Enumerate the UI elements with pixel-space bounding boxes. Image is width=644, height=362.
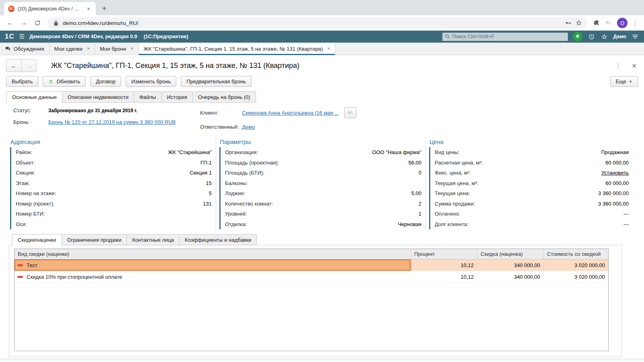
bookmark-star-icon[interactable] (575, 19, 582, 27)
workspace-tabbar: Обсуждения Мои сделки × Мои брони × ЖК "… (0, 43, 644, 55)
browser-tab-title: (10) Демоверсия 4Dev / CRM (18, 6, 82, 12)
new-tab-button[interactable]: + (98, 2, 110, 14)
form-bottom-border (0, 359, 644, 362)
client-chat-button[interactable] (344, 107, 357, 118)
section-addressing: Адресация Район:ЖК "Старейшина" Объект:Г… (10, 137, 216, 229)
tab-discounts[interactable]: Скидки/наценки (12, 234, 62, 245)
address-bar[interactable]: demo.crm4dev.ru/demo/ru_RU/ (47, 17, 587, 29)
extensions-icon[interactable] (593, 19, 600, 27)
tab-main-data[interactable]: Основные данные (6, 91, 62, 103)
responsible-link[interactable]: Демо (242, 124, 255, 130)
nav-back-button[interactable]: ← (6, 60, 21, 72)
field-value: 2 (419, 201, 421, 207)
tab-apartment[interactable]: ЖК "Старейшина", ГП-1, Секция 1, 15 этаж… (139, 43, 336, 55)
field-value: 5 (209, 190, 212, 196)
chat-bubble-icon (347, 110, 353, 116)
tab-history[interactable]: История (162, 91, 193, 103)
booking-link[interactable]: Бронь № 120 от 27.12.2019 на сумму 3 360… (48, 119, 176, 125)
tab-close-icon[interactable]: × (87, 46, 90, 51)
command-toolbar: Выбрать Обновить Договор Изменить бронь … (0, 75, 644, 91)
forward-icon[interactable]: → (18, 17, 30, 29)
password-key-icon[interactable] (565, 19, 572, 27)
discussions-icon (5, 46, 11, 52)
field-value: Черновая (398, 221, 421, 227)
media-controls-icon[interactable] (605, 19, 612, 27)
contract-button[interactable]: Договор (90, 76, 121, 87)
tab-booking-queue[interactable]: Очередь на бронь (0) (193, 91, 256, 103)
table-header-row: Вид скидки (наценки) Процент Скидка (нац… (14, 249, 608, 259)
responsible-label: Ответственный: (200, 124, 242, 130)
tab-coefficients[interactable]: Коэффициенты и надбавки (180, 234, 257, 245)
user-menu[interactable]: Демо (613, 34, 626, 39)
field-value: --- (623, 221, 629, 227)
booking-label: Бронь: (13, 119, 48, 125)
client-link[interactable]: Семенова Анна Анатольевна (16 мая ... (242, 110, 339, 116)
history-icon[interactable] (587, 33, 595, 41)
field-value: --- (623, 211, 629, 217)
onec-logo: 1С (5, 33, 14, 41)
table-empty-area (14, 283, 608, 351)
browser-tabstrip: 1С (10) Демоверсия 4Dev / CRM × + (0, 0, 644, 15)
tab-my-bookings[interactable]: Мои брони × (95, 43, 138, 55)
profile-avatar[interactable]: O (617, 18, 627, 28)
field-value: 0 (419, 170, 421, 176)
refresh-button[interactable]: Обновить (43, 76, 86, 87)
more-button[interactable]: Еще▼ (610, 76, 638, 87)
section-title: Цена (429, 139, 629, 145)
chrome-menu-icon[interactable]: ⋮ (632, 19, 638, 27)
select-button[interactable]: Выбрать (6, 76, 38, 87)
nav-forward-button[interactable]: → (21, 60, 36, 72)
table-row[interactable]: Скидка 10% при стопроцентной оплате 10,1… (14, 271, 608, 283)
main-menu-icon[interactable]: ☰ (19, 33, 25, 40)
tab-sale-restrictions[interactable]: Ограничения продажи (62, 234, 127, 245)
column-header[interactable]: Процент (411, 249, 477, 259)
tab-contact-persons[interactable]: Контактные лица (127, 234, 180, 245)
discounts-frame: Вид скидки (наценки) Процент Скидка (нац… (9, 245, 622, 356)
browser-tab[interactable]: 1С (10) Демоверсия 4Dev / CRM × (4, 2, 96, 15)
more-dots-icon[interactable]: ⋮ (615, 62, 621, 70)
field-value: 3 360 000,00 (598, 190, 629, 196)
browser-toolbar: ← → demo.crm4dev.ru/demo/ru_RU/ O ⋮ (0, 15, 644, 31)
change-booking-button[interactable]: Изменить бронь (126, 76, 176, 87)
field-value: Продажная (601, 149, 629, 155)
search-icon (445, 34, 450, 39)
field-value: 60 000,00 (605, 180, 629, 186)
field-value: 60 000,00 (605, 160, 629, 166)
status-value: Забронировано до 31 декабря 2019 г. (48, 108, 137, 113)
global-search[interactable] (442, 33, 568, 41)
field-value: 15 (206, 180, 212, 186)
tab-files[interactable]: Файлы (134, 91, 161, 103)
section-price: Цена Вид цены:Продажная Расчетная цена, … (429, 137, 629, 229)
tab-description[interactable]: Описание недвижимости (62, 91, 134, 103)
app-title: Демоверсия 4Dev / CRM 4Dev, редакция 0.9… (29, 34, 188, 39)
tab-close-icon[interactable]: × (131, 46, 134, 51)
chevron-down-icon: ▼ (629, 80, 632, 84)
notifications-bell-icon[interactable] (573, 32, 582, 41)
set-fixed-price-link[interactable]: Установить (601, 170, 629, 176)
refresh-icon (48, 79, 54, 84)
table-row[interactable]: Тест 10,12 340 000,00 3 020 000,00 (14, 259, 608, 271)
status-label: Статус: (13, 107, 48, 113)
tab-discussions[interactable]: Обсуждения (0, 43, 50, 55)
page-title: ЖК "Старейшина", ГП-1, Секция 1, 15 этаж… (51, 62, 605, 70)
tab-my-deals[interactable]: Мои сделки × (50, 43, 95, 55)
minus-icon (17, 264, 23, 266)
service-menu-icon[interactable] (631, 33, 639, 41)
discounts-tabs: Скидки/наценки Ограничения продажи Конта… (9, 234, 622, 245)
tab-close-icon[interactable]: × (327, 46, 330, 51)
reload-icon[interactable] (31, 17, 43, 29)
field-value: 1 (419, 211, 421, 217)
column-header[interactable]: Вид скидки (наценки) (14, 249, 411, 259)
search-input[interactable] (452, 34, 566, 39)
preliminary-booking-button[interactable]: Предварительная бронь (181, 76, 251, 87)
back-icon[interactable]: ← (4, 17, 16, 29)
tab-close-icon[interactable]: × (85, 6, 92, 12)
window-close-icon[interactable]: ✕ (632, 62, 637, 70)
url-text: demo.crm4dev.ru/demo/ru_RU/ (63, 20, 138, 26)
field-value: ООО "Наша фирма" (372, 149, 421, 155)
column-header[interactable]: Стоимость со скидкой (544, 249, 608, 259)
field-value: 131 (203, 201, 212, 207)
column-header[interactable]: Скидка (наценка) (477, 249, 544, 259)
section-title: Адресация (10, 139, 212, 145)
favorites-star-icon[interactable] (600, 33, 608, 41)
